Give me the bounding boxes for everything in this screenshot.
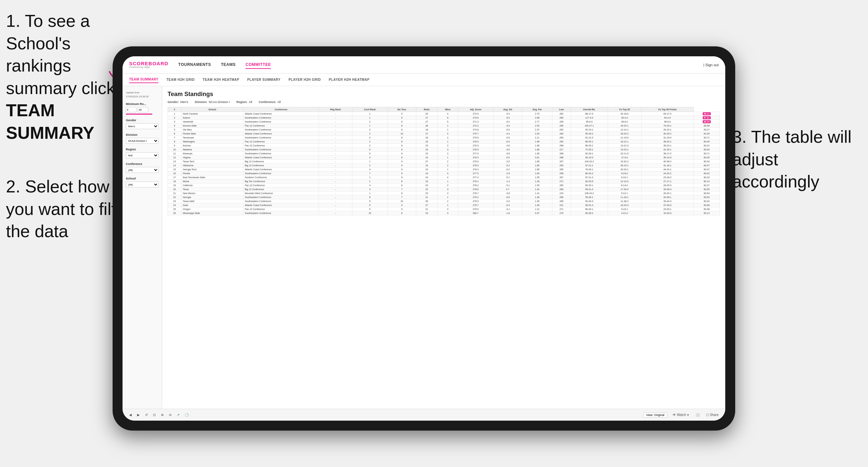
toolbar-forward[interactable]: ▶ xyxy=(136,412,141,417)
sidebar-school-label: School xyxy=(126,177,159,180)
sign-out[interactable]: | Sign out xyxy=(704,63,719,67)
table-row: 23Texas A&MSoutheastern Conference-91030… xyxy=(168,199,720,204)
col-school: School xyxy=(181,107,243,112)
tablet: SCOREBOARD Powered by clippi TOURNAMENTS… xyxy=(113,46,735,431)
table-row: 17East Tennessee StateSouthern Conferenc… xyxy=(168,176,720,180)
table-row: 21New MexicoMountain West Conference-182… xyxy=(168,191,720,195)
table-row: 19CaliforniaPac-12 Conference-48242278.2… xyxy=(168,184,720,187)
table-row: 5Ole MissSoutheastern Conference-3618127… xyxy=(168,128,720,132)
sidebar-division-select[interactable]: NCAA Division I NCAA Division II NCAA Di… xyxy=(126,138,159,144)
table-row: 7TennesseeSoutheastern Conference-481822… xyxy=(168,136,720,140)
nav-tournaments[interactable]: TOURNAMENTS xyxy=(178,61,211,69)
toolbar-reload[interactable]: ↺ xyxy=(144,412,149,417)
sidebar-conference-label: Conference xyxy=(126,162,159,165)
tablet-screen: SCOREBOARD Powered by clippi TOURNAMENTS… xyxy=(123,56,725,421)
sidebar-update-section: Update time: 27/03/2024 16:56:26 xyxy=(126,91,159,98)
toolbar-home[interactable]: ⊡ xyxy=(152,412,157,417)
toolbar-zoom-out[interactable]: ⊖ xyxy=(167,412,173,417)
table-title: Team Standings xyxy=(167,91,720,98)
toolbar-clip[interactable]: ⬜ xyxy=(694,412,701,417)
instruction-3: 3. The table will adjust accordingly xyxy=(732,126,858,193)
table-row: 18IllinoisBig Ten Conference-18231279.1-… xyxy=(168,180,720,184)
nav-links: TOURNAMENTS TEAMS COMMITTEE xyxy=(178,61,703,69)
table-header-row: # School Conference Reg Rank Conf Rank N… xyxy=(168,107,720,112)
table-row: 24DukeAtlantic Coast Conference-59271279… xyxy=(168,204,720,207)
nav-committee[interactable]: COMMITTEE xyxy=(245,61,271,69)
table-row: 26Mississippi StateSoutheastern Conferen… xyxy=(168,211,720,215)
sidebar-range-min[interactable] xyxy=(126,107,136,112)
toolbar-right: View: Original 👁 Watch ▾ ⬜ ⬡ Share xyxy=(643,412,720,418)
col-avg-par: Avg. Par xyxy=(522,107,552,112)
toolbar-watch[interactable]: 👁 Watch ▾ xyxy=(671,412,690,417)
subnav-player-h2h-grid[interactable]: PLAYER H2H GRID xyxy=(288,76,321,83)
sidebar-update-time: Update time: 27/03/2024 16:56:26 xyxy=(126,91,149,98)
toolbar-view-btn[interactable]: View: Original xyxy=(643,412,667,418)
col-rank: # xyxy=(168,107,182,112)
table-row: 8WashingtonPac-12 Conference-28231276.3-… xyxy=(168,140,720,144)
toolbar-left: ◀ ▶ ↺ ⊡ ⊕ ⊖ ↗ 🕐 xyxy=(128,412,190,417)
toolbar-clock[interactable]: 🕐 xyxy=(183,412,190,417)
table-row: 2AuburnSoutheastern Conference-19276273.… xyxy=(168,116,720,120)
sidebar-gender-select[interactable]: Men's Women's xyxy=(126,123,159,129)
table-row: 14OklahomaBig 12 Conference-29242276.9-5… xyxy=(168,164,720,167)
sidebar-division-label: Division xyxy=(126,133,159,136)
main-content: Update time: 27/03/2024 16:56:26 Minimum… xyxy=(123,86,725,409)
bottom-toolbar: ◀ ▶ ↺ ⊡ ⊕ ⊖ ↗ 🕐 View: Original 👁 Watch ▾… xyxy=(123,409,725,421)
col-low: Low xyxy=(552,107,570,112)
col-vs-top50: Vs Top 50 Points xyxy=(641,107,693,112)
toolbar-share[interactable]: ⬡ Share xyxy=(705,412,720,417)
table-row: 25OregonPac-12 Conference-59210279.5-3.1… xyxy=(168,207,720,211)
subnav-player-h2h-heatmap[interactable]: PLAYER H2H HEATMAP xyxy=(329,76,370,83)
sidebar: Update time: 27/03/2024 16:56:26 Minimum… xyxy=(123,86,162,409)
col-vs-top25: Vs Top 25 xyxy=(608,107,641,112)
col-reg-rank: Reg Rank xyxy=(319,107,352,112)
sidebar-division-section: Division NCAA Division I NCAA Division I… xyxy=(126,133,159,144)
col-adj-score: Adj. Score xyxy=(458,107,493,112)
filter-region: Region: All xyxy=(237,100,252,104)
col-conference: Conference xyxy=(243,107,319,112)
table-row: 1North CarolinaAtlantic Coast Conference… xyxy=(168,112,720,116)
sidebar-range-max[interactable] xyxy=(138,107,148,112)
table-row: 20TexasBig 12 Conference-37223278.60.71.… xyxy=(168,187,720,191)
sidebar-conference-select[interactable]: (All) xyxy=(126,167,159,173)
filter-division: Division: NCAA Division I xyxy=(195,100,230,104)
col-wins: Wins xyxy=(437,107,458,112)
sidebar-region-section: Region N/A All xyxy=(126,148,159,158)
sidebar-school-select[interactable]: (All) xyxy=(126,182,159,187)
table-row: 16FloridaSoutheastern Conference-7924427… xyxy=(168,172,720,176)
subnav-team-h2h-heatmap[interactable]: TEAM H2H HEATMAP xyxy=(203,76,240,83)
data-table: # School Conference Reg Rank Conf Rank N… xyxy=(167,107,720,215)
subnav-team-summary[interactable]: TEAM SUMMARY xyxy=(129,76,158,83)
subnav-player-summary[interactable]: PLAYER SUMMARY xyxy=(247,76,280,83)
sidebar-range xyxy=(126,107,159,112)
table-row: 9ArizonaPac-12 Conference-28232276.3-4.6… xyxy=(168,144,720,148)
nav-teams[interactable]: TEAMS xyxy=(221,61,236,69)
col-overall-rd: Overall Rd. xyxy=(570,107,608,112)
logo-bottom: Powered by clippi xyxy=(129,66,168,68)
table-area: Team Standings Gender: Men's Division: N… xyxy=(162,86,725,409)
table-row: 13Texas TechBig 12 Conference-19272276.0… xyxy=(168,160,720,164)
subnav-team-h2h-grid[interactable]: TEAM H2H GRID xyxy=(166,76,194,83)
logo: SCOREBOARD Powered by clippi xyxy=(129,61,168,68)
toolbar-back[interactable]: ◀ xyxy=(128,412,133,417)
sidebar-gender-label: Gender xyxy=(126,119,159,122)
sidebar-school-section: School (All) xyxy=(126,177,159,187)
sidebar-minrank-section: Minimum Ro... xyxy=(126,102,159,115)
sidebar-region-label: Region xyxy=(126,148,159,151)
table-row: 4Arizona StatePac-12 Conference-18261274… xyxy=(168,124,720,128)
table-row: 11ArkansasSoutheastern Conference-682332… xyxy=(168,152,720,156)
sidebar-minrank-label: Minimum Ro... xyxy=(126,102,159,106)
col-conf-rank: Conf Rank xyxy=(352,107,388,112)
toolbar-zoom[interactable]: ⊕ xyxy=(160,412,165,417)
table-row: 15Georgia TechAtlantic Coast Conference-… xyxy=(168,167,720,172)
table-row: 12VirginiaAtlantic Coast Conference-3824… xyxy=(168,156,720,160)
sidebar-conference-section: Conference (All) xyxy=(126,162,159,173)
sub-nav: TEAM SUMMARY TEAM H2H GRID TEAM H2H HEAT… xyxy=(123,73,725,86)
sidebar-region-select[interactable]: N/A All xyxy=(126,152,159,158)
col-no-tour: No Tour xyxy=(388,107,416,112)
sidebar-slider[interactable] xyxy=(126,114,152,115)
col-rnds: Rnds xyxy=(416,107,437,112)
toolbar-share-small[interactable]: ↗ xyxy=(176,412,181,417)
nav-bar: SCOREBOARD Powered by clippi TOURNAMENTS… xyxy=(123,56,725,73)
logo-top: SCOREBOARD xyxy=(129,61,168,66)
